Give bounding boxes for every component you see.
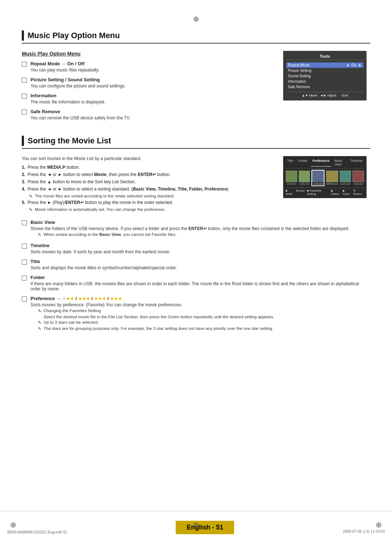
tools-screenshot-area: Tools Repeat Mode ◄ On ► Picture Setting… [283, 51, 370, 125]
note-icon-basic: ✎ [38, 232, 41, 237]
bullet-safe-remove-title: Safe Remove [30, 109, 60, 114]
step-4-text: Press the ◄ or ► button to select a sort… [28, 187, 229, 192]
tools-item-info-label: Information [288, 79, 306, 83]
preference-note-3-text: Up to 3 stars can be selected. [44, 320, 99, 324]
checkbox-preference [22, 296, 27, 302]
movie-screenshot: Title Folder Preference Basic View Timel… [283, 156, 367, 198]
note-icon-pref4: ✎ [38, 326, 41, 331]
checkbox-timeline [22, 244, 27, 249]
note-icon-pref3: ✎ [38, 320, 41, 325]
step-2-num: 2. [22, 172, 25, 177]
bullet-preference-title: Preference → ☆★★ / ★★★ / ★★★ / ★★★ [30, 296, 122, 301]
step-5-text: Press the ► (Play)/ENTER↵ button to play… [28, 200, 173, 205]
checkbox-information [22, 94, 27, 99]
movie-footer: ■ SUM Device ■ Favorites Setting ■ Selec… [286, 188, 364, 196]
section1-header: Music Play Option Menu [22, 30, 370, 44]
bullet-repeat-desc: You can play music files repeatedly. [30, 68, 99, 73]
bullet-basic-view: Basic View Shows the folders of the USB … [22, 220, 370, 238]
step-5-note-text: Movie information is automatically set. … [35, 207, 166, 212]
bullet-timeline: Timeline Sorts movies by date. It sorts … [22, 243, 370, 254]
movie-screenshot-area: Title Folder Preference Basic View Timel… [283, 156, 370, 216]
preference-note-1: ✎ Changing the Favorites Setting [38, 308, 274, 314]
tools-item-repeat-value: ◄ On ► [346, 63, 362, 67]
bottom-left-compass-icon: ⊕ [10, 520, 16, 529]
basic-view-note: ✎ When sorted according to the Basic Vie… [38, 232, 349, 237]
bullet-folder: Folder If there are many folders in USB,… [22, 275, 370, 291]
movie-footer-select: ■ Select [331, 189, 340, 196]
movie-footer-device: Device [296, 189, 305, 196]
bullet-picture-sound: Picture Setting / Sound Setting You can … [22, 77, 276, 89]
tools-footer-move: ▲▼ Move [302, 94, 317, 97]
bottom-english-label: English - 51 [176, 521, 234, 534]
section1-title: Music Play Option Menu [28, 31, 120, 40]
tools-title: Tools [286, 54, 363, 60]
section1-bar [22, 30, 24, 41]
step-5-num: 5. [22, 200, 25, 205]
tools-item-repeat: Repeat Mode ◄ On ► [286, 62, 363, 68]
note-icon-5: ✎ [29, 207, 33, 212]
basic-view-note-text: When sorted according to the Basic View,… [44, 232, 176, 237]
bullet-basic-view-desc: Shows the folders of the USB memory devi… [30, 226, 349, 231]
bullet-preference-desc: Sorts movies by preference. (Favorite) Y… [30, 302, 274, 307]
bullet-timeline-title: Timeline [30, 243, 50, 248]
bottom-file-info: [8500-NA]BN68-02322C-Eng.indb 51 [7, 530, 67, 534]
section1-content: Music Play Option Menu Repeat Mode → On … [22, 51, 370, 125]
bullet-safe-remove: Safe Remove You can remove the USB devic… [22, 109, 276, 120]
checkbox-repeat [22, 62, 27, 67]
checkbox-folder [22, 275, 27, 281]
step-1-text: Press the MEDIA.P button. [28, 165, 80, 170]
movie-tab-preference: Preference [311, 159, 331, 167]
bullet-title: Title Sorts and displays the movie title… [22, 259, 370, 270]
movie-tab-folder: Folder [297, 159, 309, 167]
section1-subheading: Music Play Option Menu [22, 51, 276, 57]
tools-item-sound: Sound Setting [286, 73, 363, 79]
bullet-repeat-title: Repeat Mode → On / Off [30, 61, 85, 66]
checkbox-title [22, 259, 27, 265]
tools-item-safe: Safe Remove [286, 84, 363, 90]
step-5-note: ✎ Movie information is automatically set… [29, 207, 276, 212]
step-1-num: 1. [22, 165, 25, 170]
checkbox-basic-view [22, 220, 27, 225]
section2-bar [22, 136, 24, 146]
bottom-compass-icon: ⊕ [193, 520, 199, 529]
preference-note-3: ✎ Up to 3 stars can be selected. [38, 320, 274, 325]
tools-item-picture: Picture Setting [286, 68, 363, 73]
movie-footer-return: ⑤ Return [353, 189, 364, 196]
checkbox-picture-sound [22, 78, 27, 83]
tools-footer-adjust: ◄► Adjust [320, 94, 336, 97]
tools-footer-exit: →Exit [339, 94, 348, 97]
movie-footer-favorites: ■ Favorites Setting [307, 189, 329, 196]
bullet-information: Information The music file information i… [22, 93, 276, 105]
step-3: 3. Press the ▲ button to move to the Sor… [22, 179, 276, 184]
bottom-date-info: 2009-07-28 오전 11:23:43 [343, 529, 385, 534]
step-5: 5. Press the ► (Play)/ENTER↵ button to p… [22, 200, 276, 205]
bullet-picture-sound-title: Picture Setting / Sound Setting [30, 77, 100, 82]
movie-tab-title: Title [286, 159, 295, 167]
section1-left: Music Play Option Menu Repeat Mode → On … [22, 51, 276, 125]
section2-title: Sorting the Movie List [28, 136, 111, 146]
bullet-basic-view-title: Basic View [30, 220, 55, 225]
step-3-text: Press the ▲ button to move to the Sort k… [28, 179, 136, 184]
tools-footer: ▲▼ Move ◄► Adjust →Exit [286, 92, 363, 97]
section2-intro: You can sort movies in the Movie List by… [22, 156, 276, 161]
page-container: ⊕ Music Play Option Menu Music Play Opti… [0, 0, 392, 540]
section2-content: You can sort movies in the Movie List by… [22, 156, 370, 216]
step-2-text: Press the ◄ or ► button to select Movie,… [28, 172, 171, 177]
section2-header: Sorting the Movie List [22, 136, 370, 149]
step-4-note-text: The movie files are sorted according to … [35, 194, 175, 198]
movie-tab-basicview: Basic View [333, 159, 347, 167]
preference-note-2: Select the desired movie file in the Fil… [44, 315, 274, 319]
bullet-title-desc: Sorts and displays the movie titles in s… [30, 265, 177, 270]
bullet-title-title: Title [30, 259, 40, 264]
movie-thumbnails: 123.avi 123.avi 123.avi ABC8.avi [286, 170, 364, 186]
bullet-information-title: Information [30, 93, 57, 98]
bullet-picture-sound-desc: You can configure the picture and sound … [30, 83, 126, 89]
tools-item-repeat-label: Repeat Mode [288, 63, 310, 67]
bullet-repeat-mode: Repeat Mode → On / Off You can play musi… [22, 61, 276, 73]
bullet-timeline-desc: Sorts movies by date. It sorts by year a… [30, 249, 171, 254]
bullet-folder-title: Folder [30, 275, 45, 280]
tools-item-picture-label: Picture Setting [288, 69, 311, 73]
bottom-right-compass-icon: ⊕ [376, 520, 382, 529]
numbered-steps: 1. Press the MEDIA.P button. 2. Press th… [22, 165, 276, 212]
movie-tab-timeline: Timeline [349, 159, 364, 167]
